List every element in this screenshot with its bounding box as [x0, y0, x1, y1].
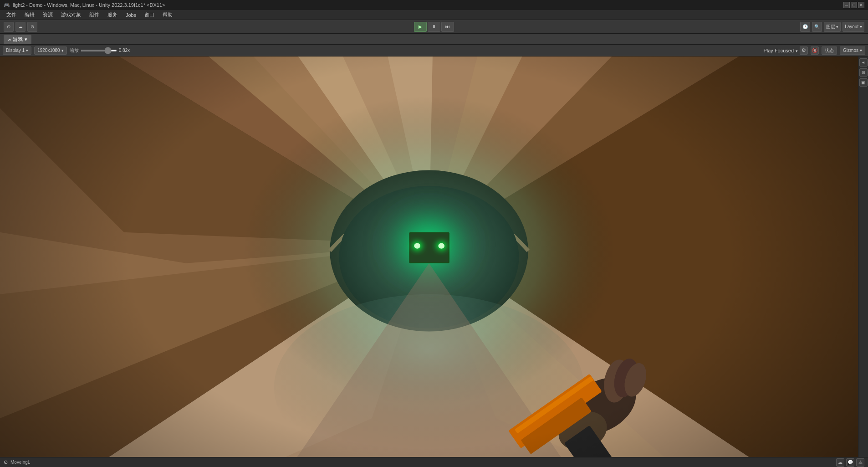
- zoom-value: 0.82x: [119, 48, 130, 53]
- zoom-label: 缩放: [70, 47, 79, 54]
- layers-label: 图层: [826, 24, 835, 30]
- collab-history-button[interactable]: 🕐: [800, 22, 810, 32]
- resolution-dropdown[interactable]: 1920x1080: [34, 46, 67, 55]
- cloud-button[interactable]: ☁: [15, 22, 26, 32]
- gizmos-button[interactable]: Gizmos ▾: [840, 46, 865, 55]
- collab-button[interactable]: ⊙: [27, 22, 37, 32]
- console-button[interactable]: 💬: [846, 458, 854, 467]
- resolution-chevron-icon: [61, 48, 64, 53]
- maximize-button[interactable]: □: [851, 2, 857, 8]
- menu-component[interactable]: 组件: [86, 10, 103, 19]
- gear-icon: ⚙: [802, 47, 806, 53]
- toolbar-center: [414, 22, 454, 32]
- layers-dropdown[interactable]: 图层: [824, 22, 841, 32]
- game-canvas: [0, 56, 858, 457]
- stats-label: 状态: [825, 47, 834, 54]
- title-bar-controls[interactable]: ─ □ ✕: [843, 2, 864, 8]
- tab-dropdown-icon: ▾: [25, 36, 27, 42]
- game-tabbar: ∞ 游戏 ▾: [0, 34, 868, 45]
- resolution-label: 1920x1080: [37, 48, 60, 53]
- gizmos-label: Gizmos: [843, 48, 858, 53]
- layers-chevron-icon: [836, 24, 838, 29]
- tunnel-scene: [0, 56, 858, 457]
- game-tab[interactable]: ∞ 游戏 ▾: [4, 35, 31, 44]
- menu-window[interactable]: 窗口: [141, 10, 158, 19]
- mute-button[interactable]: 🔇: [811, 46, 819, 55]
- game-viewport[interactable]: [0, 56, 858, 457]
- close-button[interactable]: ✕: [858, 2, 864, 8]
- search-button[interactable]: 🔍: [812, 22, 822, 32]
- pause-button[interactable]: [428, 22, 440, 32]
- main-toolbar: ⊙ ☁ ⊙ 🕐 🔍 图层 Layout ▾: [0, 20, 868, 34]
- status-icon: ⊙: [4, 459, 8, 465]
- play-focused-chevron-icon: [796, 48, 798, 53]
- play-icon: [419, 24, 422, 29]
- play-focused-label: Play Focused: [763, 48, 794, 53]
- menu-assets[interactable]: 资源: [39, 10, 56, 19]
- zoom-slider[interactable]: [81, 50, 117, 51]
- title-bar-left: 🎮 light2 - Demo - Windows, Mac, Linux - …: [4, 2, 165, 8]
- title-bar: 🎮 light2 - Demo - Windows, Mac, Linux - …: [0, 0, 868, 10]
- status-message: MoveingL: [10, 460, 30, 465]
- layout-label: Layout ▾: [845, 24, 862, 29]
- menu-file[interactable]: 文件: [3, 10, 20, 19]
- menu-gameobject[interactable]: 游戏对象: [57, 10, 85, 19]
- display-dropdown[interactable]: Display 1: [3, 46, 31, 55]
- game-settings-button[interactable]: ⚙: [800, 46, 808, 55]
- toolbar-right: 🕐 🔍 图层 Layout ▾: [800, 22, 864, 32]
- step-icon: [445, 24, 450, 29]
- toolbar-left: ⊙ ☁ ⊙: [4, 22, 37, 32]
- display-group: Display 1: [3, 46, 31, 55]
- main-content: ◄ ⊞ ▣: [0, 56, 868, 457]
- warning-button[interactable]: ⚠: [856, 458, 864, 467]
- menu-edit[interactable]: 编辑: [21, 10, 38, 19]
- status-bar: ⊙ MoveingL ☁ 💬 ⚠: [0, 457, 868, 467]
- step-button[interactable]: [441, 22, 454, 32]
- svg-rect-35: [0, 56, 858, 457]
- panel-btn-2[interactable]: ⊞: [859, 68, 868, 77]
- menu-help[interactable]: 帮助: [159, 10, 176, 19]
- pause-icon: [432, 24, 436, 29]
- panel-btn-1[interactable]: ◄: [859, 58, 868, 67]
- panel-btn-3[interactable]: ▣: [859, 78, 868, 87]
- stats-button[interactable]: 状态: [822, 46, 837, 55]
- collab-status-button[interactable]: ☁: [836, 458, 844, 467]
- status-left: ⊙ MoveingL: [4, 459, 30, 465]
- game-toolbar: Display 1 1920x1080 缩放 0.82x Play Focuse…: [0, 45, 868, 56]
- layout-dropdown[interactable]: Layout ▾: [842, 22, 864, 32]
- display-label: Display 1: [6, 48, 25, 53]
- window-title: light2 - Demo - Windows, Mac, Linux - Un…: [13, 2, 165, 8]
- resolution-group: 1920x1080: [34, 46, 67, 55]
- right-panel: ◄ ⊞ ▣: [858, 56, 868, 457]
- menu-services[interactable]: 服务: [104, 10, 121, 19]
- display-chevron-icon: [26, 48, 28, 53]
- zoom-container: 缩放 0.82x: [70, 47, 130, 54]
- menu-jobs[interactable]: Jobs: [122, 11, 140, 19]
- play-button[interactable]: [414, 22, 427, 32]
- mute-icon: 🔇: [812, 48, 817, 53]
- game-tab-icon: ∞: [8, 37, 11, 42]
- gizmos-chevron-icon: ▾: [860, 48, 862, 53]
- play-focused-group: Play Focused ⚙: [763, 46, 808, 55]
- status-right: ☁ 💬 ⚠: [836, 458, 864, 467]
- game-tab-label: 游戏: [13, 36, 23, 43]
- app-icon: 🎮: [4, 2, 10, 8]
- menu-bar: 文件 编辑 资源 游戏对象 组件 服务 Jobs 窗口 帮助: [0, 10, 868, 20]
- minimize-button[interactable]: ─: [843, 2, 850, 8]
- undo-redo-button[interactable]: ⊙: [4, 22, 14, 32]
